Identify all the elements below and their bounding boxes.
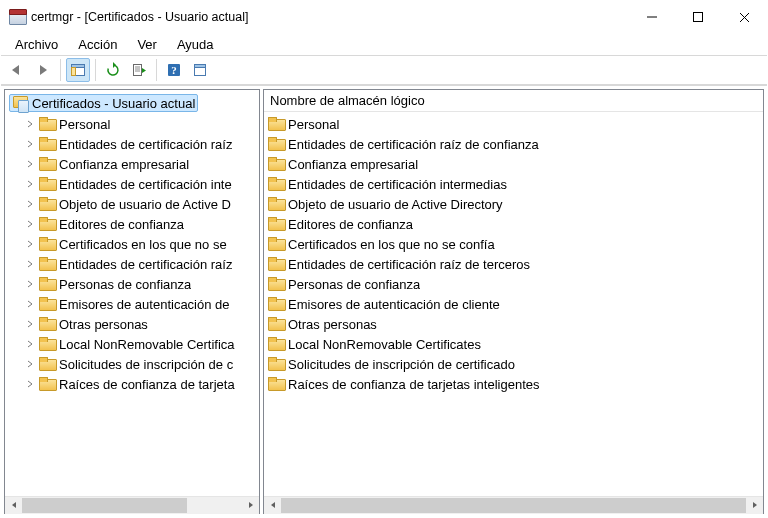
svg-marker-14: [142, 68, 146, 73]
back-button[interactable]: [5, 58, 29, 82]
folder-icon: [268, 377, 284, 391]
tree-pane-icon: [70, 62, 86, 78]
expander-icon[interactable]: [25, 218, 37, 230]
folder-icon: [39, 317, 55, 331]
menu-ver[interactable]: Ver: [129, 35, 165, 54]
folder-icon: [268, 277, 284, 291]
tree-item[interactable]: Personal: [5, 114, 259, 134]
column-header[interactable]: Nombre de almacén lógico: [264, 90, 763, 112]
scroll-thumb[interactable]: [22, 498, 187, 513]
scroll-thumb[interactable]: [281, 498, 746, 513]
tree-item-label: Otras personas: [59, 317, 148, 332]
folder-icon: [268, 177, 284, 191]
scroll-right-button[interactable]: [746, 497, 763, 514]
tree-item[interactable]: Confianza empresarial: [5, 154, 259, 174]
menu-ayuda[interactable]: Ayuda: [169, 35, 222, 54]
list-item[interactable]: Entidades de certificación raíz de terce…: [264, 254, 763, 274]
properties-button[interactable]: [188, 58, 212, 82]
list-item[interactable]: Personas de confianza: [264, 274, 763, 294]
tree-item[interactable]: Certificados en los que no se: [5, 234, 259, 254]
export-list-button[interactable]: [127, 58, 151, 82]
list-item-label: Personal: [288, 117, 339, 132]
list-item[interactable]: Emisores de autenticación de cliente: [264, 294, 763, 314]
list-item[interactable]: Editores de confianza: [264, 214, 763, 234]
close-button[interactable]: [721, 1, 767, 33]
folder-icon: [268, 217, 284, 231]
forward-button[interactable]: [31, 58, 55, 82]
list-item[interactable]: Objeto de usuario de Active Directory: [264, 194, 763, 214]
scroll-left-button[interactable]: [264, 497, 281, 514]
tree-item-label: Personal: [59, 117, 110, 132]
list-item[interactable]: Local NonRemovable Certificates: [264, 334, 763, 354]
tree-item[interactable]: Entidades de certificación inte: [5, 174, 259, 194]
list-item[interactable]: Personal: [264, 114, 763, 134]
list-item[interactable]: Entidades de certificación intermedias: [264, 174, 763, 194]
expander-icon[interactable]: [25, 318, 37, 330]
toolbar-separator: [95, 59, 96, 81]
tree-item-label: Entidades de certificación inte: [59, 177, 232, 192]
menu-archivo[interactable]: Archivo: [7, 35, 66, 54]
scroll-left-button[interactable]: [5, 497, 22, 514]
expander-icon[interactable]: [25, 258, 37, 270]
tree-item[interactable]: Objeto de usuario de Active D: [5, 194, 259, 214]
list-item[interactable]: Otras personas: [264, 314, 763, 334]
tree-root[interactable]: Certificados - Usuario actual: [5, 92, 259, 114]
list-item-label: Otras personas: [288, 317, 377, 332]
folder-icon: [268, 257, 284, 271]
list-item-label: Objeto de usuario de Active Directory: [288, 197, 503, 212]
list-horizontal-scrollbar[interactable]: [264, 496, 763, 513]
expander-icon[interactable]: [25, 118, 37, 130]
minimize-button[interactable]: [629, 1, 675, 33]
tree-item[interactable]: Editores de confianza: [5, 214, 259, 234]
tree-item[interactable]: Emisores de autenticación de: [5, 294, 259, 314]
expander-icon[interactable]: [25, 158, 37, 170]
tree-item[interactable]: Local NonRemovable Certifica: [5, 334, 259, 354]
tree-item[interactable]: Entidades de certificación raíz: [5, 134, 259, 154]
expander-icon[interactable]: [25, 138, 37, 150]
tree-item[interactable]: Personas de confianza: [5, 274, 259, 294]
folder-icon: [268, 197, 284, 211]
tree-item-label: Personas de confianza: [59, 277, 191, 292]
expander-icon[interactable]: [25, 178, 37, 190]
scroll-right-button[interactable]: [242, 497, 259, 514]
tree-body[interactable]: Certificados - Usuario actual PersonalEn…: [5, 90, 259, 496]
expander-icon[interactable]: [25, 358, 37, 370]
tree-item[interactable]: Solicitudes de inscripción de c: [5, 354, 259, 374]
app-window: certmgr - [Certificados - Usuario actual…: [0, 0, 768, 518]
tree-item[interactable]: Entidades de certificación raíz: [5, 254, 259, 274]
window-title: certmgr - [Certificados - Usuario actual…: [31, 10, 248, 24]
menu-accion[interactable]: Acción: [70, 35, 125, 54]
expander-icon[interactable]: [25, 338, 37, 350]
list-item-label: Entidades de certificación intermedias: [288, 177, 507, 192]
refresh-button[interactable]: [101, 58, 125, 82]
list-item[interactable]: Certificados en los que no se confía: [264, 234, 763, 254]
tree-item[interactable]: Raíces de confianza de tarjeta: [5, 374, 259, 394]
expander-icon[interactable]: [25, 298, 37, 310]
show-hide-tree-button[interactable]: [66, 58, 90, 82]
folder-icon: [268, 157, 284, 171]
folder-icon: [39, 277, 55, 291]
list-item[interactable]: Entidades de certificación raíz de confi…: [264, 134, 763, 154]
folder-icon: [39, 337, 55, 351]
expander-icon[interactable]: [25, 238, 37, 250]
tree-item-label: Confianza empresarial: [59, 157, 189, 172]
tree-item[interactable]: Otras personas: [5, 314, 259, 334]
expander-icon[interactable]: [25, 278, 37, 290]
folder-icon: [268, 137, 284, 151]
list-item-label: Raíces de confianza de tarjetas intelige…: [288, 377, 540, 392]
list-body[interactable]: PersonalEntidades de certificación raíz …: [264, 112, 763, 496]
folder-icon: [39, 177, 55, 191]
svg-marker-5: [40, 65, 47, 75]
list-item[interactable]: Raíces de confianza de tarjetas intelige…: [264, 374, 763, 394]
list-item[interactable]: Solicitudes de inscripción de certificad…: [264, 354, 763, 374]
list-item[interactable]: Confianza empresarial: [264, 154, 763, 174]
tree-horizontal-scrollbar[interactable]: [5, 496, 259, 513]
help-button[interactable]: ?: [162, 58, 186, 82]
scroll-track[interactable]: [22, 497, 242, 514]
expander-icon[interactable]: [25, 378, 37, 390]
maximize-button[interactable]: [675, 1, 721, 33]
expander-icon[interactable]: [25, 198, 37, 210]
scroll-track[interactable]: [281, 497, 746, 514]
folder-icon: [39, 197, 55, 211]
list-item-label: Personas de confianza: [288, 277, 420, 292]
